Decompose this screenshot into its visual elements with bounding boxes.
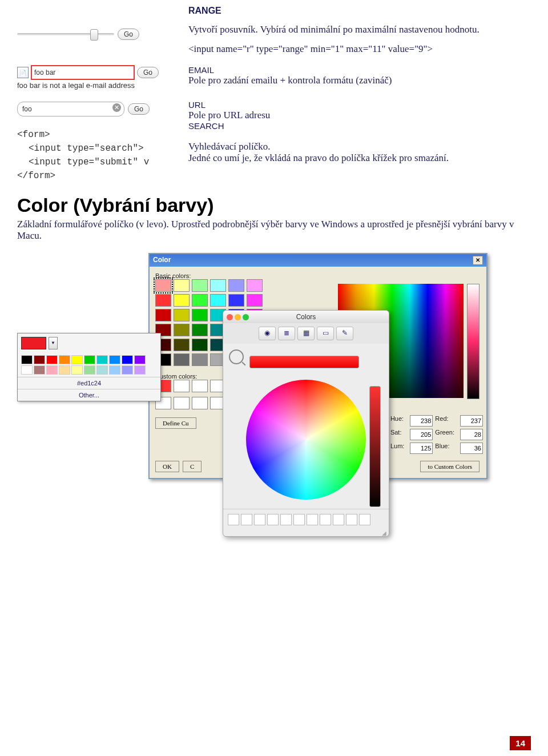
palette-swatch[interactable] bbox=[34, 355, 45, 364]
go-button[interactable]: Go bbox=[128, 103, 150, 115]
basic-color-swatch[interactable] bbox=[192, 309, 208, 321]
palette-swatch[interactable] bbox=[71, 355, 83, 364]
url-heading: URL bbox=[188, 100, 531, 110]
luminance-bar[interactable] bbox=[467, 284, 480, 399]
range-code: <input name="r" type="range" min="1" max… bbox=[188, 43, 531, 55]
go-button[interactable]: Go bbox=[137, 67, 159, 78]
hex-label: #ed1c24 bbox=[18, 377, 160, 389]
palette-swatch[interactable] bbox=[109, 365, 120, 375]
sat-input[interactable] bbox=[410, 429, 433, 440]
color-swatch[interactable] bbox=[21, 337, 46, 349]
palette-grid[interactable] bbox=[18, 353, 160, 377]
simple-color-picker: ▼ #ed1c24 Other... bbox=[17, 333, 161, 401]
search-heading: SEARCH bbox=[188, 121, 531, 131]
minimize-icon[interactable] bbox=[235, 314, 241, 320]
email-heading: EMAIL bbox=[188, 65, 531, 75]
email-error: foo bar is not a legal e-mail address bbox=[17, 81, 177, 90]
define-button[interactable]: Define Cu bbox=[155, 417, 196, 429]
palette-swatch[interactable] bbox=[134, 355, 146, 364]
other-button[interactable]: Other... bbox=[18, 389, 160, 401]
current-color-bar bbox=[249, 356, 359, 368]
mac-tabs[interactable]: ◉≣▦▭✎ bbox=[223, 323, 389, 344]
palette-swatch[interactable] bbox=[122, 355, 133, 364]
basic-color-swatch[interactable] bbox=[174, 353, 190, 366]
basic-color-swatch[interactable] bbox=[155, 309, 171, 321]
basic-color-swatch[interactable] bbox=[228, 279, 244, 292]
basic-color-swatch[interactable] bbox=[192, 324, 208, 336]
basic-color-swatch[interactable] bbox=[155, 294, 171, 307]
basic-color-swatch[interactable] bbox=[174, 324, 190, 336]
color-sub: Základní formulářové políčko (v levo). U… bbox=[17, 219, 531, 242]
range-heading: RANGE bbox=[188, 6, 531, 16]
crayons-tab-icon[interactable]: ✎ bbox=[336, 327, 353, 340]
palette-swatch[interactable] bbox=[46, 355, 58, 364]
slider-thumb[interactable] bbox=[90, 29, 98, 41]
range-slider[interactable] bbox=[17, 33, 114, 35]
mac-swatches[interactable] bbox=[223, 509, 389, 530]
basic-color-swatch[interactable] bbox=[210, 294, 226, 307]
range-desc: Vytvoří posuvník. Vybírá od minimální po… bbox=[188, 24, 531, 35]
go-button[interactable]: Go bbox=[118, 29, 139, 40]
palette-swatch[interactable] bbox=[46, 365, 58, 375]
palette-swatch[interactable] bbox=[134, 365, 146, 375]
palette-swatch[interactable] bbox=[21, 355, 33, 364]
green-input[interactable] bbox=[460, 429, 483, 440]
magnifier-icon[interactable] bbox=[229, 349, 244, 364]
palette-swatch[interactable] bbox=[21, 365, 33, 375]
close-icon[interactable] bbox=[227, 314, 233, 320]
basic-color-swatch[interactable] bbox=[174, 279, 190, 292]
palette-swatch[interactable] bbox=[122, 365, 133, 375]
basic-label: Basic colors: bbox=[155, 272, 481, 279]
color-heading: Color (Vybrání barvy) bbox=[17, 194, 531, 216]
page-number: 14 bbox=[510, 736, 531, 750]
basic-color-swatch[interactable] bbox=[192, 339, 208, 351]
dropdown-icon[interactable]: ▼ bbox=[49, 337, 58, 349]
palette-swatch[interactable] bbox=[96, 365, 108, 375]
brightness-slider[interactable] bbox=[369, 386, 381, 507]
basic-color-swatch[interactable] bbox=[192, 353, 208, 366]
resize-grip-icon[interactable]: ◢ bbox=[223, 530, 389, 536]
hue-input[interactable] bbox=[410, 415, 433, 427]
ok-button[interactable]: OK bbox=[155, 461, 179, 472]
blue-input[interactable] bbox=[460, 443, 483, 454]
email-desc: Pole pro zadání emailu + kontrola formát… bbox=[188, 75, 531, 86]
palette-swatch[interactable] bbox=[84, 365, 95, 375]
color-wheel[interactable] bbox=[246, 380, 366, 500]
email-input[interactable] bbox=[31, 65, 135, 80]
zoom-icon[interactable] bbox=[243, 314, 249, 320]
add-custom-button[interactable]: to Custom Colors bbox=[420, 461, 480, 472]
basic-color-swatch[interactable] bbox=[247, 294, 263, 307]
palette-swatch[interactable] bbox=[34, 365, 45, 375]
red-input[interactable] bbox=[460, 415, 483, 427]
color-fields: Hue: Red: Sat: Green: Lum: Blue: bbox=[390, 415, 480, 454]
search-desc2: Jedné co umí je, že vkládá na pravo do p… bbox=[188, 152, 531, 164]
sliders-tab-icon[interactable]: ≣ bbox=[278, 327, 295, 340]
basic-color-swatch[interactable] bbox=[174, 294, 190, 307]
palette-swatch[interactable] bbox=[109, 355, 120, 364]
mac-title: Colors bbox=[296, 313, 316, 321]
palette-swatch[interactable] bbox=[96, 355, 108, 364]
page-icon: 📄 bbox=[17, 67, 29, 78]
wheel-tab-icon[interactable]: ◉ bbox=[259, 327, 276, 340]
lum-input[interactable] bbox=[410, 443, 433, 454]
basic-color-swatch[interactable] bbox=[192, 294, 208, 307]
cancel-button[interactable]: C bbox=[183, 461, 202, 472]
basic-color-swatch[interactable] bbox=[210, 279, 226, 292]
palette-swatch[interactable] bbox=[84, 355, 95, 364]
code-snippet: <form> <input type="search"> <input type… bbox=[17, 128, 177, 183]
clear-icon[interactable]: ✕ bbox=[112, 103, 121, 112]
search-input[interactable] bbox=[17, 102, 124, 116]
image-tab-icon[interactable]: ▭ bbox=[317, 327, 334, 340]
basic-color-swatch[interactable] bbox=[155, 279, 171, 292]
close-icon[interactable]: ✕ bbox=[473, 256, 483, 265]
basic-color-swatch[interactable] bbox=[174, 309, 190, 321]
palette-tab-icon[interactable]: ▦ bbox=[297, 327, 315, 340]
palette-swatch[interactable] bbox=[71, 365, 83, 375]
basic-color-swatch[interactable] bbox=[192, 279, 208, 292]
basic-color-swatch[interactable] bbox=[247, 279, 263, 292]
basic-color-swatch[interactable] bbox=[228, 294, 244, 307]
palette-swatch[interactable] bbox=[59, 365, 70, 375]
basic-color-swatch[interactable] bbox=[174, 339, 190, 351]
url-desc: Pole pro URL adresu bbox=[188, 110, 531, 121]
palette-swatch[interactable] bbox=[59, 355, 70, 364]
